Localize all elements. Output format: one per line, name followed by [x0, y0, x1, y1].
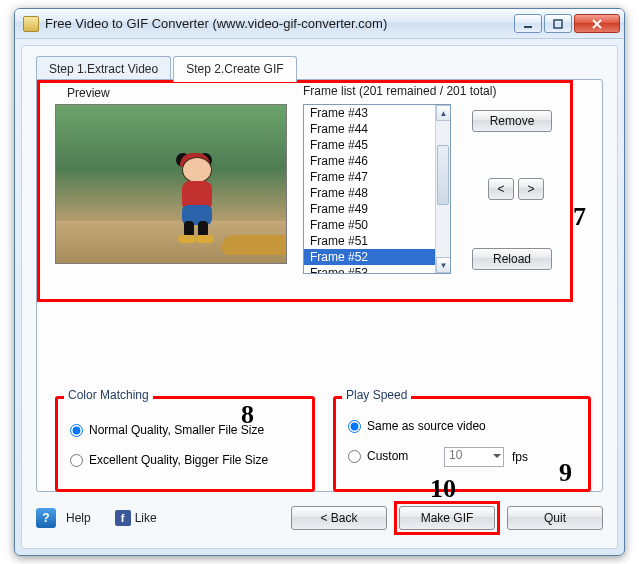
list-item[interactable]: Frame #53 — [304, 265, 435, 273]
maximize-button[interactable] — [544, 14, 572, 33]
like-link[interactable]: Like — [135, 511, 157, 525]
radio-custom-speed[interactable]: Custom — [348, 449, 408, 463]
svg-rect-1 — [554, 20, 562, 28]
window-title: Free Video to GIF Converter (www.video-g… — [45, 16, 514, 31]
remove-button[interactable]: Remove — [472, 110, 552, 132]
scroll-down-button[interactable]: ▼ — [436, 257, 451, 273]
frame-listbox[interactable]: Frame #43Frame #44Frame #45Frame #46Fram… — [303, 104, 451, 274]
frames-panel: Preview Frame list (201 remained / 201 t… — [37, 80, 573, 302]
list-item[interactable]: Frame #50 — [304, 217, 435, 233]
app-window: Free Video to GIF Converter (www.video-g… — [14, 8, 625, 556]
list-item[interactable]: Frame #49 — [304, 201, 435, 217]
radio-normal-quality[interactable]: Normal Quality, Smaller File Size — [70, 423, 264, 437]
close-button[interactable] — [574, 14, 620, 33]
scroll-up-button[interactable]: ▲ — [436, 105, 451, 121]
preview-image — [55, 104, 287, 264]
radio-custom-input[interactable] — [348, 450, 361, 463]
fps-dropdown[interactable]: 10 — [444, 447, 504, 467]
prev-frame-button[interactable]: < — [488, 178, 514, 200]
list-item[interactable]: Frame #46 — [304, 153, 435, 169]
client-area: Step 1.Extract Video Step 2.Create GIF R… — [21, 45, 618, 549]
fps-wrap: 10 fps — [444, 447, 528, 467]
quit-button[interactable]: Quit — [507, 506, 603, 530]
tab-create-gif[interactable]: Step 2.Create GIF — [173, 56, 296, 82]
fps-value[interactable]: 10 — [444, 447, 504, 467]
reload-button[interactable]: Reload — [472, 248, 552, 270]
next-frame-button[interactable]: > — [518, 178, 544, 200]
radio-custom-label: Custom — [367, 449, 408, 463]
tab-body: Remove frames you don't need Preview Fra… — [36, 79, 603, 492]
svg-rect-0 — [524, 26, 532, 28]
annotation-8: 8 — [241, 402, 254, 428]
cartoon-character — [174, 155, 220, 241]
color-group-label: Color Matching — [64, 388, 153, 402]
minimize-button[interactable] — [514, 14, 542, 33]
fps-unit-label: fps — [512, 450, 528, 464]
annotation-9: 9 — [559, 460, 572, 486]
radio-excellent-quality[interactable]: Excellent Quality, Bigger File Size — [70, 453, 268, 467]
facebook-icon[interactable]: f — [115, 510, 131, 526]
listbox-scrollbar[interactable]: ▲ ▼ — [435, 105, 450, 273]
help-icon[interactable]: ? — [36, 508, 56, 528]
make-gif-button[interactable]: Make GIF — [399, 506, 495, 530]
list-item[interactable]: Frame #48 — [304, 185, 435, 201]
radio-same-input[interactable] — [348, 420, 361, 433]
radio-same-speed[interactable]: Same as source video — [348, 419, 486, 433]
bottom-bar: ? Help f Like < Back Make GIF Quit — [36, 500, 603, 536]
radio-excellent-label: Excellent Quality, Bigger File Size — [89, 453, 268, 467]
back-button[interactable]: < Back — [291, 506, 387, 530]
frame-list-title: Frame list (201 remained / 201 total) — [303, 84, 496, 98]
titlebar: Free Video to GIF Converter (www.video-g… — [15, 9, 624, 39]
play-speed-group: Play Speed Same as source video Custom 1… — [333, 396, 591, 492]
speed-group-label: Play Speed — [342, 388, 411, 402]
radio-normal-label: Normal Quality, Smaller File Size — [89, 423, 264, 437]
scroll-thumb[interactable] — [437, 145, 449, 205]
list-item[interactable]: Frame #51 — [304, 233, 435, 249]
annotation-10: 10 — [430, 476, 456, 502]
list-item[interactable]: Frame #45 — [304, 137, 435, 153]
preview-label: Preview — [67, 86, 110, 100]
radio-excellent-input[interactable] — [70, 454, 83, 467]
list-item[interactable]: Frame #43 — [304, 105, 435, 121]
app-icon — [23, 16, 39, 32]
color-matching-group: Color Matching Normal Quality, Smaller F… — [55, 396, 315, 492]
radio-normal-input[interactable] — [70, 424, 83, 437]
window-controls — [514, 14, 620, 33]
cartoon-dog — [222, 235, 287, 255]
radio-same-label: Same as source video — [367, 419, 486, 433]
list-item[interactable]: Frame #44 — [304, 121, 435, 137]
list-item[interactable]: Frame #52 — [304, 249, 435, 265]
list-item[interactable]: Frame #47 — [304, 169, 435, 185]
help-link[interactable]: Help — [66, 511, 91, 525]
annotation-7: 7 — [573, 204, 586, 230]
